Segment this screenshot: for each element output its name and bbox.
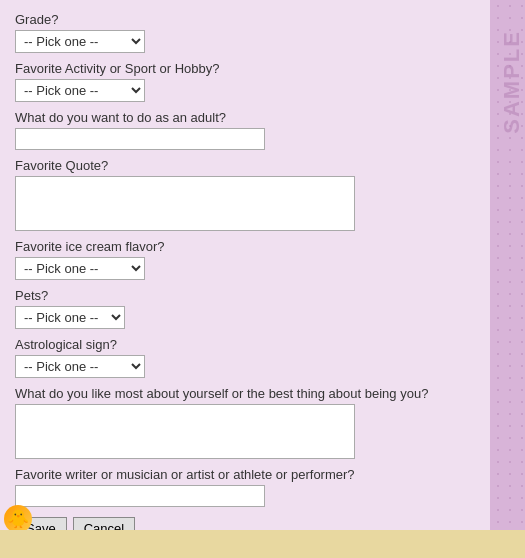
pets-select[interactable]: -- Pick one -- xyxy=(15,306,125,329)
performer-label: Favorite writer or musician or artist or… xyxy=(15,467,475,482)
adult-label: What do you want to do as an adult? xyxy=(15,110,475,125)
adult-input[interactable] xyxy=(15,128,265,150)
bottom-strip xyxy=(0,530,525,558)
like-textarea[interactable] xyxy=(15,404,355,459)
cancel-button[interactable]: Cancel xyxy=(73,517,135,530)
form-container: Grade? -- Pick one -- Favorite Activity … xyxy=(0,0,490,530)
icecream-label: Favorite ice cream flavor? xyxy=(15,239,475,254)
avatar: 🐥 xyxy=(4,505,32,533)
sample-watermark: SAMPLE xyxy=(499,30,525,134)
like-label: What do you like most about yourself or … xyxy=(15,386,475,401)
activity-label: Favorite Activity or Sport or Hobby? xyxy=(15,61,475,76)
quote-textarea[interactable] xyxy=(15,176,355,231)
activity-select[interactable]: -- Pick one -- xyxy=(15,79,145,102)
page-background: Grade? -- Pick one -- Favorite Activity … xyxy=(0,0,525,558)
grade-label: Grade? xyxy=(15,12,475,27)
astro-label: Astrological sign? xyxy=(15,337,475,352)
pets-label: Pets? xyxy=(15,288,475,303)
grade-select[interactable]: -- Pick one -- xyxy=(15,30,145,53)
quote-label: Favorite Quote? xyxy=(15,158,475,173)
button-row: Save Cancel xyxy=(15,517,475,530)
performer-input[interactable] xyxy=(15,485,265,507)
icecream-select[interactable]: -- Pick one -- xyxy=(15,257,145,280)
astro-select[interactable]: -- Pick one -- xyxy=(15,355,145,378)
